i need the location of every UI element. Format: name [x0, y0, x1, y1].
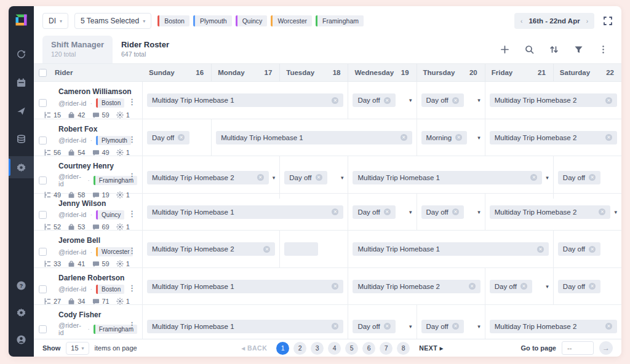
row-checkbox[interactable] [39, 248, 47, 256]
schedule-cell[interactable]: Multiday Trip Homebase 1✕ [143, 82, 348, 119]
remove-shift-icon[interactable]: ✕ [455, 134, 462, 141]
sort-icon[interactable] [549, 45, 559, 54]
row-checkbox[interactable] [39, 176, 47, 184]
schedule-cell[interactable]: Multiday Trip Homebase 1✕ [211, 119, 416, 156]
shift-pill[interactable]: Multiday Trip Homebase 1✕ [147, 93, 343, 107]
page-button-7[interactable]: 7 [380, 342, 393, 355]
shift-pill[interactable]: Multiday Trip Homebase 1✕ [147, 320, 343, 333]
shift-pill[interactable]: Day off✕ [558, 171, 600, 184]
remove-shift-icon[interactable]: ✕ [401, 134, 407, 141]
schedule-cell[interactable]: Day off✕▾ [485, 268, 553, 305]
remove-shift-icon[interactable]: ✕ [384, 208, 391, 215]
page-button-4[interactable]: 4 [328, 342, 341, 355]
fullscreen-icon[interactable] [603, 16, 613, 26]
schedule-cell[interactable]: Multiday Trip Homebase 1✕ [143, 194, 348, 231]
row-menu-icon[interactable]: ⋮ [128, 98, 136, 106]
row-menu-icon[interactable]: ⋮ [128, 284, 136, 292]
page-button-1[interactable]: 1 [276, 342, 289, 355]
shift-pill[interactable]: Multiday Trip Homebase 2✕ [490, 320, 617, 333]
row-checkbox[interactable] [39, 285, 47, 293]
goto-page-button[interactable]: → [599, 341, 613, 355]
sidebar-item-navigation[interactable] [9, 100, 34, 122]
shift-pill[interactable]: Day off✕ [490, 280, 532, 293]
row-menu-icon[interactable]: ⋮ [128, 172, 136, 180]
org-select[interactable]: DI ▾ [42, 13, 68, 29]
remove-shift-icon[interactable]: ✕ [605, 323, 612, 330]
remove-shift-icon[interactable]: ✕ [589, 174, 596, 181]
page-button-8[interactable]: 8 [397, 342, 410, 355]
remove-shift-icon[interactable]: ✕ [452, 97, 459, 104]
shift-pill[interactable]: Multiday Trip Homebase 1✕ [353, 242, 548, 256]
remove-shift-icon[interactable]: ✕ [530, 174, 537, 181]
more-options-icon[interactable] [599, 45, 608, 54]
row-checkbox[interactable] [39, 136, 47, 144]
shift-pill[interactable]: Multiday Trip Homebase 1✕ [147, 280, 343, 293]
schedule-cell[interactable]: Day off✕▾ [348, 82, 416, 119]
team-chip-worcester[interactable]: Worcester [271, 15, 312, 26]
shift-pill[interactable]: Morning✕ [421, 131, 468, 144]
shift-dropdown-caret[interactable]: ▾ [477, 135, 480, 141]
teams-select[interactable]: 5 Teams Selected ▾ [74, 13, 151, 29]
remove-shift-icon[interactable]: ✕ [599, 208, 605, 215]
schedule-cell[interactable]: Day off✕▾ [417, 305, 485, 339]
shift-pill[interactable]: Multiday Trip Homebase 2✕ [147, 242, 275, 256]
back-button[interactable]: ◂ BACK [242, 344, 268, 352]
add-icon[interactable] [500, 45, 509, 54]
schedule-cell[interactable]: Multiday Trip Homebase 1✕ [348, 231, 552, 267]
page-button-6[interactable]: 6 [362, 342, 375, 355]
shift-dropdown-caret[interactable]: ▾ [614, 209, 617, 215]
shift-pill[interactable]: Multiday Trip Homebase 2✕ [147, 171, 269, 184]
schedule-cell[interactable]: Multiday Trip Homebase 2✕ [143, 231, 279, 267]
remove-shift-icon[interactable]: ✕ [605, 97, 612, 104]
shift-dropdown-caret[interactable]: ▾ [273, 175, 276, 181]
schedule-cell[interactable]: Day off✕ [553, 231, 621, 267]
next-button[interactable]: NEXT ▸ [419, 344, 443, 352]
shift-pill[interactable]: Multiday Trip Homebase 2✕ [353, 280, 480, 293]
schedule-cell[interactable]: Day off✕▾ [417, 194, 485, 231]
schedule-cell[interactable]: Multiday Trip Homebase 2✕ [485, 305, 621, 339]
team-chip-quincy[interactable]: Quincy [236, 15, 268, 26]
tab-rider-roster[interactable]: Rider Roster 647 total [113, 36, 178, 63]
shift-dropdown-caret[interactable]: ▾ [477, 323, 480, 330]
team-chip-plymouth[interactable]: Plymouth [193, 15, 232, 26]
schedule-cell[interactable]: Day off✕ [553, 268, 621, 305]
shift-dropdown-caret[interactable]: ▾ [341, 175, 344, 181]
schedule-cell[interactable]: Multiday Trip Homebase 1✕ [143, 268, 348, 305]
schedule-cell[interactable]: Day off✕▾ [279, 156, 348, 199]
sidebar-item-calendar[interactable] [9, 71, 34, 93]
shift-pill[interactable]: Day off✕ [558, 280, 600, 293]
schedule-cell[interactable]: Multiday Trip Homebase 2✕ [485, 82, 621, 119]
shift-pill[interactable]: Multiday Trip Homebase 1✕ [216, 131, 412, 144]
shift-dropdown-caret[interactable]: ▾ [477, 97, 480, 103]
shift-pill[interactable]: Multiday Trip Homebase 2✕ [490, 93, 617, 107]
remove-shift-icon[interactable]: ✕ [520, 283, 527, 290]
sidebar-item-profile[interactable] [16, 328, 26, 350]
remove-shift-icon[interactable]: ✕ [589, 283, 596, 290]
shift-pill[interactable]: Day off✕ [284, 171, 327, 184]
remove-shift-icon[interactable]: ✕ [263, 246, 270, 253]
remove-shift-icon[interactable]: ✕ [178, 134, 185, 141]
sidebar-item-database[interactable] [9, 128, 34, 150]
shift-dropdown-caret[interactable]: ▾ [546, 175, 549, 181]
remove-shift-icon[interactable]: ✕ [452, 323, 459, 330]
date-range-picker[interactable]: ‹ 16th - 22nd Apr › [514, 13, 594, 29]
schedule-cell[interactable]: Multiday Trip Homebase 2✕ [348, 268, 484, 305]
remove-shift-icon[interactable]: ✕ [332, 97, 338, 104]
schedule-cell[interactable]: Multiday Trip Homebase 1✕▾ [348, 156, 552, 199]
remove-shift-icon[interactable]: ✕ [332, 208, 338, 215]
row-menu-icon[interactable]: ⋮ [128, 321, 136, 329]
shift-dropdown-caret[interactable]: ▾ [546, 283, 549, 290]
remove-shift-icon[interactable]: ✕ [384, 323, 391, 330]
filter-icon[interactable] [574, 45, 583, 54]
remove-shift-icon[interactable]: ✕ [316, 174, 322, 181]
remove-shift-icon[interactable]: ✕ [469, 283, 476, 290]
row-menu-icon[interactable]: ⋮ [128, 247, 136, 255]
shift-dropdown-caret[interactable]: ▾ [477, 209, 480, 215]
schedule-cell[interactable]: Day off✕ [553, 156, 621, 199]
schedule-cell[interactable]: Day off✕▾ [417, 82, 485, 119]
schedule-cell[interactable]: Day off✕▾ [348, 194, 416, 231]
row-checkbox[interactable] [39, 325, 47, 333]
schedule-cell[interactable]: Multiday Trip Homebase 1✕ [143, 305, 348, 339]
remove-shift-icon[interactable]: ✕ [332, 323, 338, 330]
schedule-cell[interactable]: Multiday Trip Homebase 2✕▾ [485, 194, 621, 231]
